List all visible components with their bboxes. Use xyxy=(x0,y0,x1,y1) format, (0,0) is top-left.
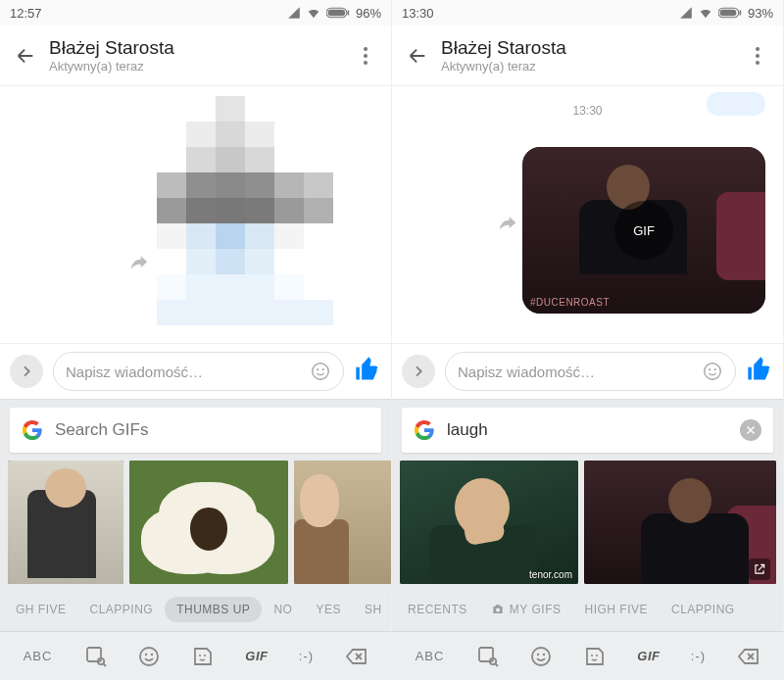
message-input[interactable]: Napisz wiadomość… xyxy=(53,352,344,391)
emoticon-tab-button[interactable]: :-) xyxy=(691,649,706,663)
svg-point-22 xyxy=(496,608,500,612)
google-logo-icon xyxy=(22,419,43,441)
gif-thumb[interactable] xyxy=(129,461,288,584)
category-chip[interactable]: HIGH FIVE xyxy=(572,597,660,622)
overflow-menu-button[interactable] xyxy=(738,36,777,75)
svg-point-5 xyxy=(322,368,324,370)
gif-thumb[interactable] xyxy=(584,461,776,584)
contact-name: Błażej Starosta xyxy=(441,37,738,59)
svg-point-3 xyxy=(313,364,329,380)
gif-search-box[interactable] xyxy=(402,408,773,453)
category-chip[interactable]: MY GIFS xyxy=(479,597,573,623)
keyboard-bottom-bar: ABC GIF :-) xyxy=(392,631,783,680)
emoji-picker-button[interactable] xyxy=(529,645,553,668)
gif-tab-button[interactable]: GIF xyxy=(245,649,268,663)
gif-play-overlay[interactable]: GIF xyxy=(614,201,673,260)
google-logo-icon xyxy=(414,419,435,441)
status-time: 12:57 xyxy=(10,6,42,21)
message-input[interactable]: Napisz wiadomość… xyxy=(445,352,736,391)
category-chip[interactable]: CLAPPING xyxy=(660,597,747,622)
received-message-bubble[interactable] xyxy=(707,92,765,116)
svg-point-9 xyxy=(140,648,158,665)
sticker-picker-button[interactable] xyxy=(191,645,215,668)
expand-composer-button[interactable] xyxy=(10,355,43,388)
gif-search-input[interactable] xyxy=(447,420,728,440)
chat-area[interactable]: 13:30 GIF #DUCENROAST xyxy=(392,86,783,343)
contact-status: Aktywny(a) teraz xyxy=(441,59,738,73)
keyboard-bottom-bar: ABC GIF :-) xyxy=(0,631,391,680)
category-chip[interactable]: YES xyxy=(304,597,353,622)
gif-thumb[interactable] xyxy=(294,461,391,584)
category-chip[interactable]: CLAPPING xyxy=(78,597,166,622)
composer: Napisz wiadomość… xyxy=(0,343,391,400)
clear-search-button[interactable] xyxy=(740,419,761,441)
gif-watermark: #DUCENROAST xyxy=(530,297,610,308)
gif-thumb[interactable]: tenor.com xyxy=(400,461,578,584)
arrow-left-icon xyxy=(407,45,428,67)
svg-rect-17 xyxy=(720,10,737,16)
search-tool-button[interactable] xyxy=(83,645,107,668)
category-chip[interactable]: THUMBS UP xyxy=(165,597,262,622)
svg-line-25 xyxy=(495,663,498,666)
like-button[interactable] xyxy=(746,356,773,387)
like-button[interactable] xyxy=(354,356,381,387)
chat-area[interactable] xyxy=(0,86,391,343)
forward-icon[interactable] xyxy=(498,214,517,233)
gif-category-chips: GH FIVECLAPPINGTHUMBS UPNOYESSH xyxy=(0,588,391,631)
arrow-left-icon xyxy=(15,45,36,67)
emoji-icon[interactable] xyxy=(310,361,331,382)
backspace-key[interactable] xyxy=(736,645,760,668)
thumbs-up-icon xyxy=(746,356,773,383)
gif-results-strip[interactable] xyxy=(0,461,391,588)
chevron-right-icon xyxy=(411,364,426,379)
status-icons: 93% xyxy=(679,6,773,21)
overflow-menu-button[interactable] xyxy=(346,36,385,75)
open-external-icon[interactable] xyxy=(749,559,770,580)
category-chip[interactable]: RECENTS xyxy=(396,597,479,622)
message-placeholder: Napisz wiadomość… xyxy=(458,364,702,380)
gif-search-box[interactable] xyxy=(10,408,381,453)
sticker-picker-button[interactable] xyxy=(583,645,607,668)
status-time: 13:30 xyxy=(402,6,434,21)
status-bar: 12:57 96% xyxy=(0,0,391,25)
emoticon-tab-button[interactable]: :-) xyxy=(299,649,314,663)
svg-point-4 xyxy=(317,368,318,370)
svg-rect-2 xyxy=(348,11,350,16)
backspace-key[interactable] xyxy=(344,645,368,668)
title-block[interactable]: Błażej Starosta Aktywny(a) teraz xyxy=(45,37,346,73)
gif-thumb[interactable] xyxy=(8,461,123,584)
forward-icon[interactable] xyxy=(129,253,149,272)
contact-status: Aktywny(a) teraz xyxy=(49,59,346,73)
gif-results-strip[interactable]: tenor.com xyxy=(392,461,783,588)
svg-point-26 xyxy=(532,648,550,665)
back-button[interactable] xyxy=(398,36,437,75)
svg-line-8 xyxy=(103,663,106,666)
search-tool-button[interactable] xyxy=(475,645,499,668)
svg-point-19 xyxy=(705,364,721,380)
gboard-panel: tenor.com RECENTSMY GIFSHIGH FIVECLAPPIN… xyxy=(392,400,783,680)
back-button[interactable] xyxy=(6,36,45,75)
expand-composer-button[interactable] xyxy=(402,355,435,388)
camera-icon xyxy=(491,603,505,616)
chevron-right-icon xyxy=(19,364,34,379)
gif-tab-button[interactable]: GIF xyxy=(637,649,660,663)
contact-name: Błażej Starosta xyxy=(49,37,346,59)
signal-icon xyxy=(679,6,693,20)
sent-gif-message[interactable]: GIF #DUCENROAST xyxy=(522,147,765,314)
gboard-panel: GH FIVECLAPPINGTHUMBS UPNOYESSH ABC GIF … xyxy=(0,400,391,680)
title-block[interactable]: Błażej Starosta Aktywny(a) teraz xyxy=(437,37,738,73)
message-image-blurred[interactable] xyxy=(157,96,333,343)
abc-key[interactable]: ABC xyxy=(416,649,445,663)
abc-key[interactable]: ABC xyxy=(24,649,53,663)
emoji-icon[interactable] xyxy=(702,361,723,382)
emoji-picker-button[interactable] xyxy=(137,645,161,668)
category-chip[interactable]: SH xyxy=(353,597,391,622)
category-chip[interactable]: NO xyxy=(262,597,304,622)
svg-rect-18 xyxy=(740,11,742,16)
gif-search-input[interactable] xyxy=(55,420,369,440)
svg-point-27 xyxy=(537,653,539,655)
svg-point-28 xyxy=(543,653,545,655)
category-chip[interactable]: GH FIVE xyxy=(4,597,78,622)
gif-attribution: tenor.com xyxy=(529,569,572,580)
gif-category-chips: RECENTSMY GIFSHIGH FIVECLAPPING xyxy=(392,588,783,631)
